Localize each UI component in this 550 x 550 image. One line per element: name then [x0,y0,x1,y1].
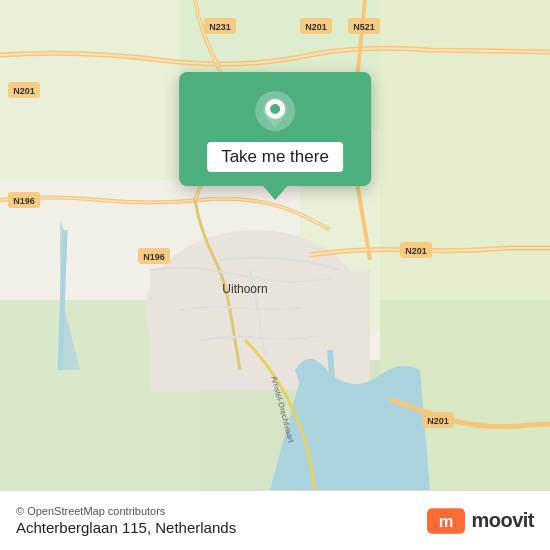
svg-text:N196: N196 [13,196,35,206]
moovit-text: moovit [471,509,534,532]
map-popup: Take me there [179,72,371,186]
svg-text:Uithoorn: Uithoorn [222,282,267,296]
take-me-there-button[interactable]: Take me there [207,142,343,172]
moovit-logo: m moovit [427,502,534,540]
bottom-info: © OpenStreetMap contributors Achterbergl… [16,505,236,536]
location-pin-icon [254,90,296,132]
svg-text:N201: N201 [305,22,327,32]
svg-text:N196: N196 [143,252,165,262]
osm-credit: © OpenStreetMap contributors [16,505,236,517]
map-container: N201 N231 N201 N521 N196 N196 N201 N201 … [0,0,550,490]
svg-text:N201: N201 [405,246,427,256]
svg-text:N201: N201 [427,416,449,426]
svg-text:N201: N201 [13,86,35,96]
moovit-logo-icon: m [427,502,465,540]
address-label: Achterberglaan 115, Netherlands [16,519,236,536]
svg-point-32 [270,104,280,114]
svg-text:N231: N231 [209,22,231,32]
svg-text:m: m [439,512,454,530]
bottom-bar: © OpenStreetMap contributors Achterbergl… [0,490,550,550]
svg-text:N521: N521 [353,22,375,32]
